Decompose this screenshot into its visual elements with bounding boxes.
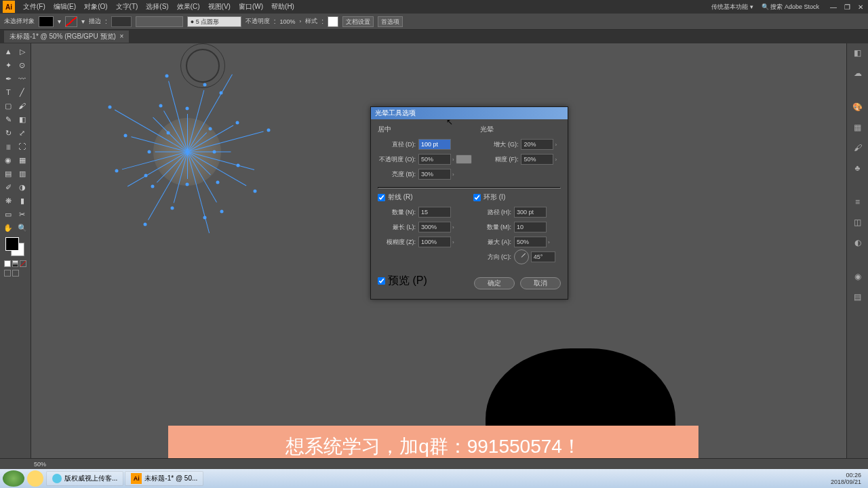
rings-path-input[interactable] xyxy=(514,207,547,218)
halo-fuzziness-input[interactable] xyxy=(521,154,553,165)
document-tab-bar: 未标题-1* @ 50% (RGB/GPU 预览) × xyxy=(0,30,868,43)
taskbar-item-1[interactable]: 版权威视上传客... xyxy=(46,471,123,486)
rotate-tool[interactable]: ↻ xyxy=(2,127,15,139)
type-tool[interactable]: T xyxy=(2,86,15,98)
menu-help[interactable]: 帮助(H) xyxy=(267,2,298,12)
menu-object[interactable]: 对象(O) xyxy=(80,2,111,12)
blend-tool[interactable]: ◑ xyxy=(16,181,29,193)
graph-tool[interactable]: ▮ xyxy=(16,195,29,207)
rays-longest-input[interactable] xyxy=(418,222,451,232)
rings-checkbox[interactable]: 环形 (I) xyxy=(473,192,561,202)
prefs-button[interactable]: 首选项 xyxy=(378,16,403,27)
opacity-arrow-icon[interactable]: › xyxy=(300,18,302,24)
gradient-mode-icon[interactable] xyxy=(12,260,19,267)
perspective-tool[interactable]: ▦ xyxy=(16,154,29,166)
center-opacity-input[interactable] xyxy=(418,154,451,165)
fill-swatch[interactable] xyxy=(39,16,54,27)
zoom-tool[interactable]: 🔍 xyxy=(16,222,29,234)
shaper-tool[interactable]: ✎ xyxy=(2,113,15,125)
none-mode-icon[interactable] xyxy=(20,260,26,267)
eraser-tool[interactable]: ◧ xyxy=(16,113,29,125)
symbols-panel-icon[interactable]: ♣ xyxy=(851,161,865,175)
stroke-profile[interactable] xyxy=(136,16,183,27)
cancel-button[interactable]: 取消 xyxy=(520,277,561,289)
transparency-panel-icon[interactable]: ◐ xyxy=(851,236,865,249)
screen-mode-icon[interactable] xyxy=(4,270,11,277)
stroke-width-input[interactable] xyxy=(111,16,132,27)
rays-fuzz-input[interactable] xyxy=(418,237,451,247)
color-mode-icon[interactable] xyxy=(4,260,11,267)
brightness-input[interactable] xyxy=(418,169,451,180)
search-stock[interactable]: 🔍 搜索 Adobe Stock xyxy=(757,3,823,12)
menu-type[interactable]: 文字(T) xyxy=(112,2,142,12)
window-maximize-icon[interactable]: ❐ xyxy=(842,3,852,11)
symbol-sprayer-tool[interactable]: ❋ xyxy=(2,195,15,207)
properties-panel-icon[interactable]: ◧ xyxy=(851,46,865,60)
workspace-switcher[interactable]: 传统基本功能 ▾ xyxy=(707,3,757,12)
stroke-dropdown-icon[interactable]: ▾ xyxy=(81,18,85,25)
start-button[interactable] xyxy=(3,470,24,487)
width-tool[interactable]: ⫼ xyxy=(2,140,15,152)
slice-tool[interactable]: ✂ xyxy=(16,208,29,220)
style-swatch[interactable] xyxy=(328,16,338,27)
selection-tool[interactable]: ▲ xyxy=(2,45,15,58)
direction-input[interactable] xyxy=(531,251,555,262)
direction-knob[interactable] xyxy=(514,249,529,264)
diameter-input[interactable] xyxy=(418,139,451,150)
shape-builder-tool[interactable]: ◉ xyxy=(2,154,15,166)
eyedropper-tool[interactable]: ✐ xyxy=(2,181,15,193)
window-minimize-icon[interactable]: — xyxy=(829,3,838,11)
color-panel-icon[interactable]: 🎨 xyxy=(851,100,865,114)
brushes-panel-icon[interactable]: 🖌 xyxy=(851,141,865,155)
gradient-panel-icon[interactable]: ◫ xyxy=(851,216,865,229)
menu-effect[interactable]: 效果(C) xyxy=(173,2,204,12)
lasso-tool[interactable]: ⊙ xyxy=(16,59,29,71)
preview-checkbox[interactable]: 预览 (P) xyxy=(378,274,427,288)
libraries-panel-icon[interactable]: ☁ xyxy=(851,66,865,80)
menu-view[interactable]: 视图(V) xyxy=(204,2,235,12)
dialog-titlebar[interactable]: 光晕工具选项 xyxy=(371,107,568,119)
growth-input[interactable] xyxy=(521,139,553,150)
menu-select[interactable]: 选择(S) xyxy=(142,2,172,12)
mesh-tool[interactable]: ▤ xyxy=(2,167,15,180)
artboard-tool[interactable]: ▭ xyxy=(2,208,15,220)
free-transform-tool[interactable]: ⛶ xyxy=(16,140,29,152)
taskbar-clock[interactable]: 00:262018/09/21 xyxy=(831,472,865,485)
stroke-swatch[interactable] xyxy=(65,16,77,27)
doc-setup-button[interactable]: 文档设置 xyxy=(342,16,374,27)
menu-file[interactable]: 文件(F) xyxy=(19,2,50,12)
line-tool[interactable]: ╱ xyxy=(16,86,29,98)
menu-edit[interactable]: 编辑(E) xyxy=(50,2,80,12)
appearance-panel-icon[interactable]: ◉ xyxy=(851,270,865,283)
fill-dropdown-icon[interactable]: ▾ xyxy=(58,18,61,25)
zoom-level[interactable]: 50% xyxy=(34,461,46,468)
taskbar-item-ai[interactable]: Ai未标题-1* @ 50... xyxy=(125,471,203,486)
swatches-panel-icon[interactable]: ▦ xyxy=(851,121,865,134)
menu-window[interactable]: 窗口(W) xyxy=(235,2,267,12)
opacity-value[interactable]: 100% xyxy=(280,18,296,25)
hand-tool[interactable]: ✋ xyxy=(2,222,15,234)
scale-tool[interactable]: ⤢ xyxy=(16,127,29,139)
flare-artwork[interactable]: /* rays drawn via JS below */ xyxy=(119,84,255,220)
draw-mode-icon[interactable] xyxy=(12,270,19,277)
curvature-tool[interactable]: 〰 xyxy=(16,73,29,85)
rays-count-input[interactable] xyxy=(418,207,451,218)
rings-largest-input[interactable] xyxy=(514,237,547,247)
layers-panel-icon[interactable]: ▤ xyxy=(851,290,865,304)
pen-tool[interactable]: ✒ xyxy=(2,73,15,85)
brush-definition[interactable]: ● 5 点圆形 xyxy=(187,16,241,27)
direct-selection-tool[interactable]: ▷ xyxy=(16,45,29,58)
rectangle-tool[interactable]: ▢ xyxy=(2,100,15,112)
rays-checkbox[interactable]: 射线 (R) xyxy=(378,192,465,202)
window-close-icon[interactable]: ✕ xyxy=(856,3,865,11)
stroke-panel-icon[interactable]: ≡ xyxy=(851,195,865,209)
paintbrush-tool[interactable]: 🖌 xyxy=(16,100,29,112)
fill-stroke-swatch[interactable] xyxy=(5,237,24,256)
rings-count-input[interactable] xyxy=(514,222,547,232)
taskbar-app-icon[interactable] xyxy=(27,470,43,487)
document-tab[interactable]: 未标题-1* @ 50% (RGB/GPU 预览) × xyxy=(4,30,129,43)
gradient-tool[interactable]: ▥ xyxy=(16,167,29,180)
ok-button[interactable]: 确定 xyxy=(474,277,515,289)
growth-label: 增大 (G): xyxy=(480,140,521,149)
magic-wand-tool[interactable]: ✦ xyxy=(2,59,15,71)
